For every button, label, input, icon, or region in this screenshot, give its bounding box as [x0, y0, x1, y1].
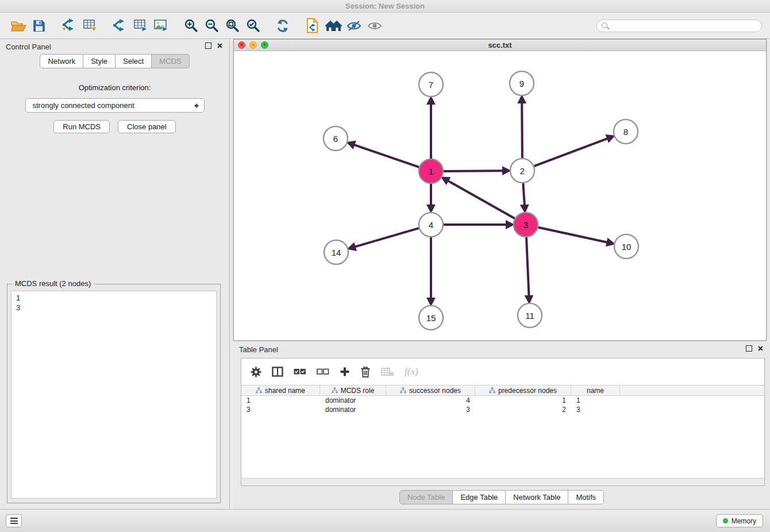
show-hide-button[interactable] — [364, 16, 385, 36]
app-title-bar: Session: New Session — [0, 0, 770, 13]
graph-node-6[interactable]: 6 — [324, 126, 348, 151]
tab-node-table[interactable]: Node Table — [399, 490, 453, 504]
graph-node-3[interactable]: 3 — [514, 213, 538, 237]
graph-node-15[interactable]: 15 — [419, 306, 443, 330]
column-header-shared-name[interactable]: shared name — [241, 385, 320, 395]
cell-name[interactable]: 1 — [571, 396, 620, 404]
svg-text:4: 4 — [429, 220, 433, 230]
function-builder-button[interactable]: f(x) — [405, 366, 418, 377]
network-graph-svg: 1234678910111415 — [234, 51, 766, 340]
tab-select[interactable]: Select — [116, 54, 152, 68]
criterion-select[interactable]: strongly connected component — [25, 98, 205, 113]
export-table-button[interactable] — [130, 16, 151, 36]
tab-motifs[interactable]: Motifs — [568, 490, 604, 504]
deselect-all-columns-button[interactable] — [317, 368, 329, 376]
create-column-button[interactable] — [340, 367, 350, 377]
column-header-mcds-role[interactable]: MCDS role — [320, 385, 386, 395]
open-session-button[interactable] — [8, 16, 29, 36]
columns-icon — [272, 367, 283, 377]
export-network-button[interactable] — [109, 16, 130, 36]
graph-edge-2-8[interactable] — [534, 138, 609, 166]
svg-text:7: 7 — [429, 80, 433, 90]
cell-mcds-role[interactable]: dominator — [320, 406, 386, 414]
table-panel-float-button[interactable] — [746, 345, 752, 352]
control-panel-close-button[interactable]: × — [217, 43, 222, 49]
mcds-result-list[interactable]: 1 3 — [11, 291, 217, 499]
cell-successor-nodes[interactable]: 4 — [386, 396, 475, 404]
show-columns-button[interactable] — [272, 367, 283, 377]
graph-node-2[interactable]: 2 — [510, 159, 534, 183]
graph-node-4[interactable]: 4 — [419, 213, 443, 237]
zoom-selected-button[interactable] — [242, 16, 263, 36]
table-settings-button[interactable] — [251, 367, 261, 377]
network-window-titlebar[interactable]: × − + scc.txt — [234, 40, 766, 51]
select-all-columns-button[interactable] — [294, 368, 306, 376]
graph-node-11[interactable]: 11 — [518, 303, 542, 327]
graph-node-14[interactable]: 14 — [324, 240, 348, 264]
graph-edge-2-9[interactable] — [522, 102, 522, 158]
graph-node-9[interactable]: 9 — [510, 71, 534, 95]
graph-node-10[interactable]: 10 — [614, 234, 638, 259]
graph-node-7[interactable]: 7 — [419, 72, 443, 97]
refresh-layout-button[interactable] — [272, 16, 293, 36]
cell-successor-nodes[interactable]: 3 — [386, 406, 475, 414]
network-canvas[interactable]: 1234678910111415 — [234, 51, 766, 340]
import-network-button[interactable] — [59, 16, 79, 36]
tab-mcds[interactable]: MCDS — [152, 54, 189, 68]
graphics-details-button[interactable] — [344, 16, 364, 36]
svg-text:10: 10 — [622, 242, 632, 252]
zoom-out-button[interactable] — [201, 16, 222, 36]
status-bar: Memory — [0, 509, 770, 532]
import-table-button[interactable] — [79, 16, 100, 36]
tab-style[interactable]: Style — [83, 54, 116, 68]
column-header-successor-nodes[interactable]: successor nodes — [386, 385, 475, 395]
table-panel-close-button[interactable]: × — [758, 345, 763, 352]
cell-name[interactable]: 3 — [571, 406, 620, 414]
clone-network-button[interactable] — [302, 16, 323, 36]
graph-edge-2-3[interactable] — [523, 183, 525, 206]
column-header-predecessor-nodes[interactable]: predecessor nodes — [475, 385, 571, 395]
graph-edge-3-10[interactable] — [538, 228, 609, 243]
tab-edge-table[interactable]: Edge Table — [453, 490, 506, 504]
table-panel-tabs: Node Table Edge Table Network Table Moti… — [233, 490, 770, 504]
tab-network[interactable]: Network — [40, 54, 83, 68]
graph-node-8[interactable]: 8 — [614, 119, 638, 144]
cell-mcds-role[interactable]: dominator — [320, 396, 386, 404]
cell-shared-name[interactable]: 1 — [241, 396, 320, 404]
table-row[interactable]: 3 dominator 3 2 3 — [241, 405, 764, 414]
control-panel-header: Control Panel × — [0, 39, 229, 54]
delete-column-button[interactable] — [360, 366, 371, 378]
control-panel: Control Panel × Network Style Select MCD… — [0, 39, 230, 509]
graph-edge-4-14[interactable] — [354, 228, 419, 247]
cell-shared-name[interactable]: 3 — [241, 406, 320, 414]
close-panel-button[interactable]: Close panel — [118, 120, 176, 133]
control-panel-float-button[interactable] — [205, 43, 211, 49]
first-neighbors-button[interactable] — [323, 16, 344, 36]
cell-predecessor-nodes[interactable]: 2 — [475, 406, 571, 414]
column-type-icon — [256, 387, 262, 394]
window-minimize-button[interactable]: − — [249, 41, 257, 49]
column-header-name[interactable]: name — [571, 385, 620, 395]
table-horizontal-scrollbar[interactable] — [241, 478, 764, 485]
window-maximize-button[interactable]: + — [261, 41, 268, 49]
cell-predecessor-nodes[interactable]: 1 — [475, 396, 571, 404]
tab-network-table[interactable]: Network Table — [506, 490, 568, 504]
graph-edge-3-1[interactable] — [447, 180, 515, 219]
optimization-criterion-label: Optimization criterion: — [0, 83, 229, 92]
run-mcds-button[interactable]: Run MCDS — [53, 120, 110, 133]
task-history-button[interactable] — [6, 514, 22, 527]
export-image-button[interactable] — [151, 16, 171, 36]
save-session-button[interactable] — [29, 16, 49, 36]
zoom-in-button[interactable] — [180, 16, 201, 36]
graph-edge-3-11[interactable] — [526, 237, 529, 297]
graph-edge-1-2[interactable] — [444, 171, 504, 171]
zoom-fit-button[interactable] — [222, 16, 242, 36]
memory-button[interactable]: Memory — [716, 514, 763, 527]
window-close-button[interactable]: × — [238, 41, 245, 49]
table-row[interactable]: 1 dominator 4 1 1 — [241, 396, 764, 405]
graph-node-1[interactable]: 1 — [419, 159, 443, 183]
delete-table-button[interactable] — [381, 367, 394, 376]
refresh-icon — [275, 19, 290, 33]
graph-edge-1-6[interactable] — [353, 144, 419, 167]
search-input[interactable] — [612, 22, 750, 30]
